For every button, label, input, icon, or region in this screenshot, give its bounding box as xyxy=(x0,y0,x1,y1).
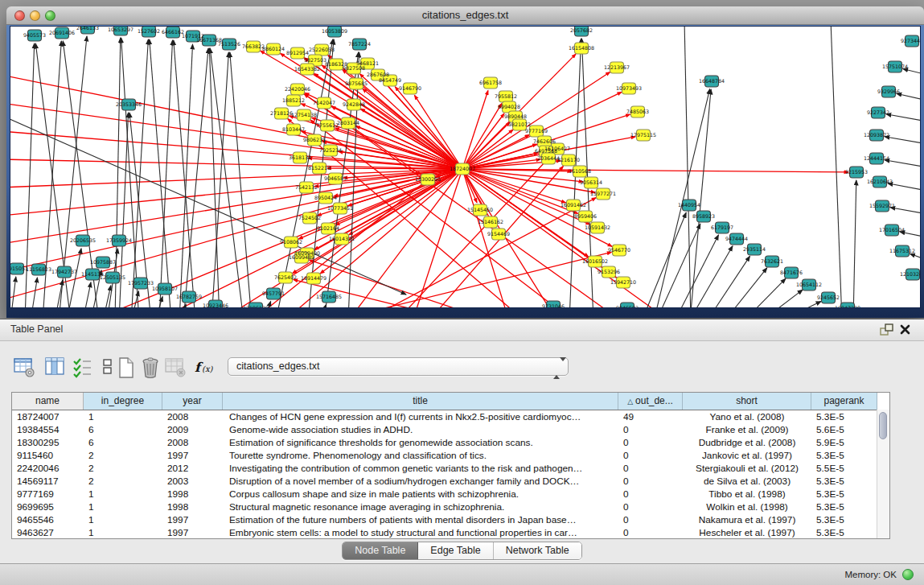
cell-name: 9463627 xyxy=(12,526,84,539)
graph-node-label: 8152218 xyxy=(308,165,331,171)
close-panel-icon[interactable] xyxy=(898,323,914,337)
graph-node-label: 8103447 xyxy=(282,126,305,132)
trash-icon[interactable] xyxy=(138,356,162,380)
tab-edge-table[interactable]: Edge Table xyxy=(418,542,493,559)
graph-node-label: 3618134 xyxy=(289,154,311,160)
cell-pagerank: 5.3E-5 xyxy=(811,526,877,539)
graph-node-label: 12754138 xyxy=(291,112,317,117)
tab-network-table[interactable]: Network Table xyxy=(494,542,581,559)
cell-pagerank: 5.3E-5 xyxy=(811,501,877,513)
graph-node-label: 11675312 xyxy=(889,248,915,253)
checklist-icon[interactable] xyxy=(72,356,96,380)
column-header-year[interactable]: year xyxy=(162,393,223,410)
graph-node-label: 9146790 xyxy=(399,85,421,91)
column-header-short[interactable]: short xyxy=(683,393,811,410)
graph-node-label: 9827508 xyxy=(343,65,365,71)
cell-short: Dudbridge et al. (2008) xyxy=(683,436,811,449)
column-header-in_degree[interactable]: in_degree xyxy=(84,393,162,410)
graph-node-label: 16014321 xyxy=(329,236,355,241)
table-row[interactable]: 2242004622012Investigating the contribut… xyxy=(12,462,889,475)
graph-node-label: 12213967 xyxy=(604,64,630,70)
graph-node-label: 9546770 xyxy=(608,247,630,253)
scrollbar-thumb[interactable] xyxy=(879,412,887,439)
graph-node-label: 9474444 xyxy=(725,236,748,241)
graph-node-label: 8215953 xyxy=(845,169,868,175)
new-file-icon[interactable] xyxy=(114,356,138,380)
cell-short: Yano et al. (2008) xyxy=(683,410,811,423)
graph-node-label: 7955812 xyxy=(495,93,517,99)
window-titlebar[interactable]: citations_edges.txt xyxy=(6,6,924,25)
graph-node-label: 15942710 xyxy=(610,279,636,285)
graph-node-label: 2646133 xyxy=(76,27,99,31)
table-columns-icon[interactable] xyxy=(43,356,68,380)
graph-node-label: 2803144 xyxy=(337,120,359,126)
table-row[interactable]: 946554611997Estimation of the future num… xyxy=(12,513,889,526)
graph-node-label: 9242848 xyxy=(343,101,365,107)
cell-year: 1997 xyxy=(162,513,223,526)
graph-node-label: 10958107 xyxy=(152,286,178,291)
table-row[interactable]: 977716911998Corpus callosum shape and si… xyxy=(12,488,889,501)
graph-node-label: 9806235 xyxy=(303,137,326,142)
cell-year: 2008 xyxy=(162,436,223,449)
function-fx-icon[interactable]: f(x) xyxy=(193,356,217,380)
graph-node-label: 16210643 xyxy=(867,179,893,184)
table-delete-icon[interactable] xyxy=(164,356,188,380)
graph-node-label: 1440954 xyxy=(678,202,700,208)
table-settings-icon[interactable] xyxy=(13,356,37,380)
cell-name: 9115460 xyxy=(12,449,84,462)
table-row[interactable]: 1872400712008Changes of HCN gene express… xyxy=(12,410,889,423)
cell-title: Tourette syndrome. Phenomenology and cla… xyxy=(223,449,618,462)
table-select-dropdown[interactable]: citations_edges.txt xyxy=(228,357,569,376)
graph-node-label: 7857224 xyxy=(348,41,371,47)
graph-node-label: 8860124 xyxy=(262,46,285,51)
cell-title: Estimation of the future numbers of pati… xyxy=(223,513,618,526)
table-row[interactable]: 911546021997Tourette syndrome. Phenomeno… xyxy=(12,449,889,462)
graph-edge xyxy=(725,268,767,307)
graph-node-label: 12103245 xyxy=(900,271,920,277)
graph-node-label: 7625402 xyxy=(274,274,297,280)
graph-node-label: 16154808 xyxy=(569,45,594,51)
float-panel-icon[interactable] xyxy=(879,323,895,337)
cell-title: Investigating the contribution of common… xyxy=(223,462,618,475)
graph-node-label: 10591432 xyxy=(585,225,610,230)
cell-in_degree: 1 xyxy=(84,410,162,423)
cell-year: 2008 xyxy=(162,410,223,423)
column-header-pagerank[interactable]: pagerank xyxy=(811,393,877,410)
graph-node-label: 7485063 xyxy=(626,109,649,114)
table-scrollbar[interactable] xyxy=(877,410,889,538)
cell-pagerank: 5.3E-5 xyxy=(811,513,877,526)
network-canvas[interactable]: 1872400794055732069140626461331065329715… xyxy=(10,27,920,307)
cell-name: 9465546 xyxy=(12,513,84,526)
column-header-title[interactable]: title xyxy=(223,393,618,410)
graph-edge xyxy=(10,277,16,307)
graph-node-label: 6961758 xyxy=(479,80,502,85)
tab-node-table[interactable]: Node Table xyxy=(343,542,418,559)
table-row[interactable]: 969969511998Structural magnetic resonanc… xyxy=(12,501,889,513)
graph-edge xyxy=(174,40,195,307)
table-row[interactable]: 1456911722003Disruption of a novel membe… xyxy=(12,475,889,488)
column-header-name[interactable]: name xyxy=(12,393,84,410)
graph-node-label: 9273442 xyxy=(901,38,920,43)
graph-node-label: 8958923 xyxy=(692,213,715,219)
graph-node-label: 15592971 xyxy=(869,203,895,208)
table-panel-title: Table Panel xyxy=(10,323,63,335)
graph-node-label: 20691406 xyxy=(49,30,75,35)
graph-node-label: 10923446 xyxy=(203,303,228,307)
table-row[interactable]: 946362711997Embryonic stem cells: a mode… xyxy=(12,526,889,539)
cell-in_degree: 2 xyxy=(84,462,162,475)
cell-out_de: 0 xyxy=(618,449,683,462)
cell-pagerank: 5.9E-5 xyxy=(811,436,877,449)
table-row[interactable]: 1938455462009Genome-wide association stu… xyxy=(12,423,889,436)
cell-pagerank: 5.3E-5 xyxy=(811,449,877,462)
status-bar: Memory: OK xyxy=(0,563,924,585)
graph-node-label: 12093872 xyxy=(864,132,889,138)
graph-node-label: 16782759 xyxy=(176,294,202,299)
cell-short: Franke et al. (2009) xyxy=(683,423,811,436)
cell-in_degree: 6 xyxy=(84,436,162,449)
graph-node-label: 9329966 xyxy=(877,89,900,94)
graph-node-label: 8471676 xyxy=(780,270,803,275)
graph-node-label: 2057682 xyxy=(570,27,593,33)
table-row[interactable]: 1830029562008Estimation of significance … xyxy=(12,436,889,449)
graph-node-label: 2718126 xyxy=(270,110,293,116)
column-header-out_de[interactable]: △out_de... xyxy=(618,393,683,410)
